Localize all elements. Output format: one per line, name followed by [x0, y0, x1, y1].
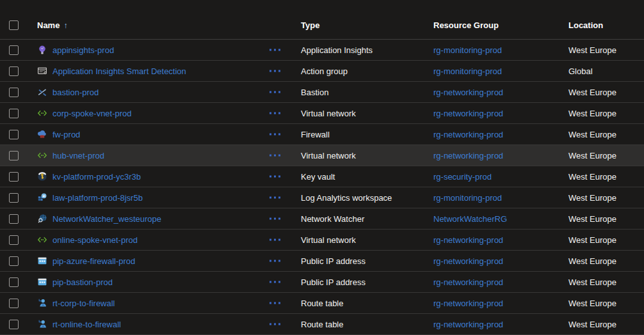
table-row[interactable]: rt-corp-to-firewall Route table rg-netwo…	[0, 293, 644, 314]
resource-group-link[interactable]: rg-networking-prod	[433, 88, 503, 97]
resource-group-cell: rg-monitoring-prod	[424, 66, 559, 76]
type-cell: Network Watcher	[292, 214, 424, 224]
row-context-menu-icon[interactable]	[268, 279, 282, 286]
row-checkbox[interactable]	[9, 214, 19, 224]
row-checkbox[interactable]	[9, 130, 19, 139]
table-row[interactable]: corp-spoke-vnet-prod Virtual network rg-…	[0, 103, 644, 124]
resource-name-link[interactable]: rt-corp-to-firewall	[52, 299, 115, 308]
row-context-menu-icon[interactable]	[268, 258, 282, 265]
table-row[interactable]: appinsights-prod Application Insights rg…	[0, 40, 644, 61]
table-row[interactable]: online-spoke-vnet-prod Virtual network r…	[0, 230, 644, 251]
column-header-type[interactable]: Type	[292, 20, 424, 30]
name-cell: law-platform-prod-8jsr5b	[28, 187, 292, 208]
column-header-location[interactable]: Location	[559, 20, 644, 30]
resource-name-link[interactable]: online-spoke-vnet-prod	[52, 235, 138, 245]
row-checkbox[interactable]	[9, 88, 19, 97]
table-row[interactable]: rt-online-to-firewall Route table rg-net…	[0, 314, 644, 335]
resource-name-link[interactable]: corp-spoke-vnet-prod	[52, 109, 132, 118]
table-row[interactable]: pip-bastion-prod Public IP address rg-ne…	[0, 272, 644, 293]
application-insights-icon	[37, 45, 47, 55]
row-checkbox[interactable]	[9, 256, 19, 266]
table-row[interactable]: NetworkWatcher_westeurope Network Watche…	[0, 208, 644, 230]
row-checkbox[interactable]	[9, 66, 19, 76]
location-cell: West Europe	[559, 45, 644, 55]
resource-name-link[interactable]: Application Insights Smart Detection	[52, 66, 186, 76]
resource-name-link[interactable]: kv-platform-prod-yc3r3b	[52, 172, 141, 182]
log-analytics-icon	[37, 192, 47, 203]
resource-name-link[interactable]: NetworkWatcher_westeurope	[52, 214, 161, 224]
resource-group-cell: rg-networking-prod	[424, 151, 559, 160]
row-checkbox-cell	[0, 320, 28, 329]
table-row[interactable]: kv-platform-prod-yc3r3b Key vault rg-sec…	[0, 166, 644, 187]
location-cell: West Europe	[559, 109, 644, 118]
row-checkbox[interactable]	[9, 172, 19, 182]
table-row[interactable]: bastion-prod Bastion rg-networking-prod …	[0, 82, 644, 103]
row-checkbox[interactable]	[9, 235, 19, 245]
resource-group-link[interactable]: NetworkWatcherRG	[433, 214, 507, 224]
row-checkbox[interactable]	[9, 151, 19, 160]
resource-name-link[interactable]: appinsights-prod	[52, 45, 114, 55]
resource-name-link[interactable]: fw-prod	[52, 130, 80, 139]
column-header-name-label: Name	[37, 20, 60, 30]
row-context-menu-icon[interactable]	[268, 215, 282, 222]
row-checkbox-cell	[0, 66, 28, 76]
location-cell: West Europe	[559, 277, 644, 287]
row-context-menu-icon[interactable]	[268, 173, 282, 180]
row-checkbox[interactable]	[9, 320, 19, 329]
row-context-menu-icon[interactable]	[268, 194, 282, 201]
resource-name-link[interactable]: pip-azure-firewall-prod	[52, 256, 135, 266]
row-checkbox[interactable]	[9, 277, 19, 287]
resource-group-cell: rg-networking-prod	[424, 109, 559, 118]
location-cell: Global	[559, 66, 644, 76]
resource-name-link[interactable]: pip-bastion-prod	[52, 277, 113, 287]
row-context-menu-icon[interactable]	[268, 89, 282, 96]
resource-group-link[interactable]: rg-networking-prod	[433, 277, 503, 287]
resource-name-link[interactable]: hub-vnet-prod	[52, 151, 104, 160]
type-cell: Bastion	[292, 88, 424, 97]
resource-group-link[interactable]: rg-networking-prod	[433, 130, 503, 139]
public-ip-icon	[37, 256, 47, 266]
resource-group-link[interactable]: rg-networking-prod	[433, 320, 503, 329]
select-all-checkbox[interactable]	[9, 20, 19, 30]
resource-group-link[interactable]: rg-monitoring-prod	[433, 66, 502, 76]
table-row[interactable]: law-platform-prod-8jsr5b Log Analytics w…	[0, 187, 644, 208]
row-context-menu-icon[interactable]	[268, 68, 282, 75]
virtual-network-icon	[37, 150, 47, 160]
row-context-menu-icon[interactable]	[268, 300, 282, 307]
table-row[interactable]: hub-vnet-prod Virtual network rg-network…	[0, 145, 644, 166]
table-row[interactable]: fw-prod Firewall rg-networking-prod West…	[0, 124, 644, 145]
row-context-menu-icon[interactable]	[268, 152, 282, 159]
location-cell: West Europe	[559, 151, 644, 160]
column-header-name[interactable]: Name↑	[28, 20, 292, 30]
type-cell: Application Insights	[292, 45, 424, 55]
table-row[interactable]: pip-azure-firewall-prod Public IP addres…	[0, 251, 644, 272]
column-header-resource-group[interactable]: Resource Group	[424, 20, 559, 30]
route-table-icon	[37, 319, 47, 329]
table-row[interactable]: Application Insights Smart Detection Act…	[0, 61, 644, 82]
row-checkbox[interactable]	[9, 299, 19, 308]
resource-group-link[interactable]: rg-networking-prod	[433, 235, 503, 245]
row-checkbox[interactable]	[9, 193, 19, 203]
key-vault-icon	[37, 171, 47, 182]
resource-group-link[interactable]: rg-networking-prod	[433, 256, 503, 266]
table-body: appinsights-prod Application Insights rg…	[0, 40, 644, 335]
row-context-menu-icon[interactable]	[268, 47, 282, 54]
resource-group-link[interactable]: rg-networking-prod	[433, 299, 503, 308]
row-context-menu-icon[interactable]	[268, 110, 282, 117]
type-cell: Public IP address	[292, 277, 424, 287]
resource-group-link[interactable]: rg-security-prod	[433, 172, 492, 182]
resource-group-cell: rg-networking-prod	[424, 299, 559, 308]
resource-name-link[interactable]: bastion-prod	[52, 88, 99, 97]
resource-group-link[interactable]: rg-monitoring-prod	[433, 45, 502, 55]
resource-group-link[interactable]: rg-monitoring-prod	[433, 193, 502, 203]
row-context-menu-icon[interactable]	[268, 237, 282, 244]
row-context-menu-icon[interactable]	[268, 321, 282, 328]
resource-group-link[interactable]: rg-networking-prod	[433, 109, 503, 118]
row-checkbox[interactable]	[9, 45, 19, 55]
row-context-menu-icon[interactable]	[268, 131, 282, 138]
public-ip-icon	[37, 277, 47, 287]
row-checkbox[interactable]	[9, 109, 19, 118]
resource-name-link[interactable]: law-platform-prod-8jsr5b	[52, 193, 143, 203]
resource-name-link[interactable]: rt-online-to-firewall	[52, 320, 121, 329]
resource-group-link[interactable]: rg-networking-prod	[433, 151, 503, 160]
